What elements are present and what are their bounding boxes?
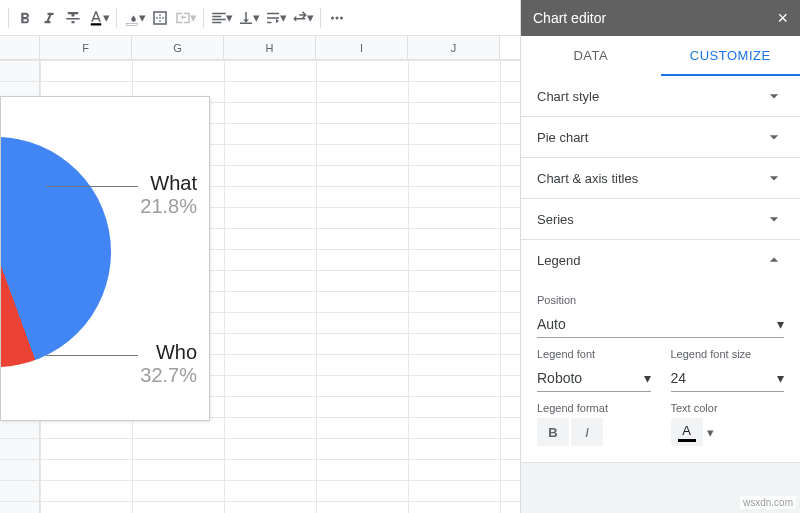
col-header[interactable]: J [408, 36, 500, 59]
text-wrap-button[interactable]: ▾ [262, 9, 289, 27]
legend-italic-button[interactable]: I [571, 418, 603, 446]
vertical-align-button[interactable]: ▾ [235, 9, 262, 27]
pie-label-what: What 21.8% [140, 172, 197, 218]
slice-percent: 32.7% [140, 364, 197, 387]
slice-percent: 21.8% [140, 195, 197, 218]
svg-point-2 [331, 16, 334, 19]
svg-point-3 [336, 16, 339, 19]
section-chart-style[interactable]: Chart style [521, 76, 800, 116]
panel-header: Chart editor × [521, 0, 800, 36]
dropdown-arrow-icon: ▾ [777, 316, 784, 332]
legend-bold-button[interactable]: B [537, 418, 569, 446]
column-headers: F G H I J [0, 36, 520, 60]
section-titles[interactable]: Chart & axis titles [521, 158, 800, 198]
chevron-up-icon [764, 250, 784, 270]
more-button[interactable] [325, 6, 349, 30]
section-pie-chart[interactable]: Pie chart [521, 117, 800, 157]
size-label: Legend font size [671, 348, 785, 360]
col-header[interactable]: H [224, 36, 316, 59]
svg-point-4 [340, 16, 343, 19]
svg-rect-1 [127, 23, 138, 25]
separator [116, 8, 117, 28]
legend-position-select[interactable]: Auto▾ [537, 310, 784, 338]
bold-button[interactable] [13, 6, 37, 30]
text-color-button[interactable]: ▾ [85, 9, 112, 27]
corner-cell[interactable] [0, 36, 40, 59]
section-series[interactable]: Series [521, 199, 800, 239]
font-label: Legend font [537, 348, 651, 360]
spreadsheet-area[interactable]: F G H I J What 21.8% Who 32.7% [0, 36, 520, 513]
text-rotation-button[interactable]: ▾ [289, 9, 316, 27]
strikethrough-button[interactable] [61, 6, 85, 30]
close-icon[interactable]: × [777, 8, 788, 29]
tab-customize[interactable]: CUSTOMIZE [661, 36, 801, 76]
textcolor-label: Text color [671, 402, 785, 414]
col-header[interactable]: F [40, 36, 132, 59]
dropdown-arrow-icon: ▾ [777, 370, 784, 386]
section-legend[interactable]: Legend [521, 240, 800, 280]
col-header[interactable]: G [132, 36, 224, 59]
merge-cells-button[interactable]: ▾ [172, 9, 199, 27]
separator [203, 8, 204, 28]
pie-label-who: Who 32.7% [140, 341, 197, 387]
chevron-down-icon [764, 209, 784, 229]
horizontal-align-button[interactable]: ▾ [208, 9, 235, 27]
chart-editor-panel: Chart editor × DATA CUSTOMIZE Chart styl… [520, 0, 800, 513]
svg-rect-0 [91, 23, 102, 25]
chevron-down-icon [764, 168, 784, 188]
legend-font-select[interactable]: Roboto▾ [537, 364, 651, 392]
legend-body: Position Auto▾ Legend font Roboto▾ Legen… [521, 280, 800, 462]
italic-button[interactable] [37, 6, 61, 30]
col-header[interactable]: I [316, 36, 408, 59]
separator [8, 8, 9, 28]
borders-button[interactable] [148, 6, 172, 30]
embedded-chart[interactable]: What 21.8% Who 32.7% [0, 96, 210, 421]
pie-slices [0, 137, 111, 367]
formatting-toolbar: ▾ ▾ ▾ ▾ ▾ ▾ ▾ [0, 0, 520, 36]
panel-title: Chart editor [533, 10, 606, 26]
customize-accordion: Chart style Pie chart Chart & axis title… [521, 76, 800, 513]
fill-color-button[interactable]: ▾ [121, 9, 148, 27]
chevron-down-icon [764, 86, 784, 106]
legend-text-color-button[interactable]: A [671, 418, 703, 446]
legend-size-select[interactable]: 24▾ [671, 364, 785, 392]
tab-data[interactable]: DATA [521, 36, 661, 76]
attribution: wsxdn.com [740, 496, 796, 509]
dropdown-arrow-icon: ▾ [644, 370, 651, 386]
position-label: Position [537, 294, 784, 306]
format-label: Legend format [537, 402, 651, 414]
panel-tabs: DATA CUSTOMIZE [521, 36, 800, 76]
dropdown-arrow-icon: ▾ [707, 425, 714, 440]
separator [320, 8, 321, 28]
chevron-down-icon [764, 127, 784, 147]
slice-name: What [140, 172, 197, 195]
slice-name: Who [140, 341, 197, 364]
